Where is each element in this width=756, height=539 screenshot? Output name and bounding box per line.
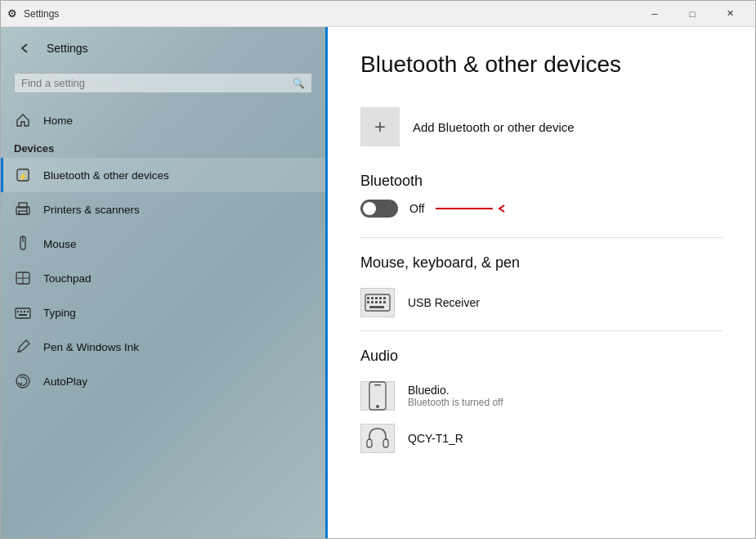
sidebar-item-typing[interactable]: Typing	[1, 295, 325, 330]
svg-rect-32	[376, 405, 379, 408]
sidebar-item-mouse[interactable]: Mouse	[1, 227, 325, 261]
minimize-button[interactable]: ─	[636, 1, 673, 27]
svg-rect-27	[379, 301, 382, 303]
sidebar-item-pen[interactable]: Pen & Windows Ink	[1, 330, 325, 364]
home-icon	[14, 111, 32, 129]
close-button[interactable]: ✕	[711, 1, 749, 27]
usb-receiver-item: USB Receiver	[360, 281, 722, 324]
sidebar-item-bluetooth[interactable]: ⚡ Bluetooth & other devices	[1, 158, 325, 192]
pen-label: Pen & Windows Ink	[43, 341, 139, 353]
devices-section-label: Devices	[1, 137, 325, 158]
printers-label: Printers & scanners	[43, 204, 140, 216]
settings-titlebar-icon: ⚙	[7, 7, 17, 20]
svg-rect-23	[383, 297, 386, 299]
sidebar-item-home[interactable]: Home	[1, 103, 325, 137]
touchpad-label: Touchpad	[43, 272, 92, 285]
sidebar-item-printers[interactable]: Printers & scanners	[1, 192, 325, 227]
bluetooth-icon: ⚡	[14, 166, 32, 184]
toggle-thumb	[363, 202, 376, 215]
svg-rect-24	[367, 301, 369, 303]
headphone-device-icon	[360, 424, 395, 453]
svg-point-5	[26, 209, 28, 210]
page-title: Bluetooth & other devices	[360, 52, 722, 78]
qcy-name: QCY-T1_R	[408, 432, 463, 445]
titlebar-title: Settings	[24, 8, 59, 20]
typing-icon	[14, 303, 32, 321]
svg-rect-13	[24, 311, 25, 312]
bluetooth-row: Off	[360, 200, 722, 218]
sidebar-item-touchpad[interactable]: Touchpad	[1, 261, 325, 295]
maximize-button[interactable]: □	[673, 1, 711, 27]
svg-rect-12	[20, 311, 22, 312]
typing-label: Typing	[43, 307, 76, 319]
sidebar: Settings 🔍 Home Devices ⚡	[1, 27, 328, 539]
content-area: Bluetooth & other devices + Add Bluetoot…	[328, 27, 755, 539]
arrow-line	[436, 208, 493, 209]
keyboard-device-icon	[360, 288, 395, 317]
app-layout: Settings 🔍 Home Devices ⚡	[1, 27, 755, 539]
printers-icon	[14, 200, 32, 218]
titlebar-left: ⚙ Settings	[7, 7, 59, 20]
qcy-info: QCY-T1_R	[408, 432, 463, 445]
mouse-section-title: Mouse, keyboard, & pen	[360, 254, 722, 272]
arrow-head-icon	[498, 204, 508, 213]
svg-rect-4	[19, 211, 27, 214]
svg-rect-14	[27, 311, 29, 312]
add-device-button[interactable]: + Add Bluetooth or other device	[360, 101, 722, 153]
search-icon[interactable]: 🔍	[293, 78, 305, 89]
svg-rect-21	[375, 297, 378, 299]
svg-rect-33	[367, 439, 372, 447]
svg-rect-29	[369, 306, 384, 308]
bluedio-sub: Bluetooth is turned off	[408, 397, 503, 408]
autoplay-label: AutoPlay	[43, 375, 87, 388]
svg-rect-22	[379, 297, 382, 299]
titlebar-controls: ─ □ ✕	[636, 1, 749, 27]
svg-rect-19	[367, 297, 369, 299]
svg-rect-31	[374, 384, 381, 386]
sidebar-item-autoplay[interactable]: AutoPlay	[1, 364, 325, 398]
bluetooth-label: Bluetooth & other devices	[43, 169, 169, 182]
titlebar: ⚙ Settings ─ □ ✕	[1, 1, 755, 27]
svg-rect-10	[16, 308, 30, 318]
divider-2	[360, 330, 722, 331]
phone-device-icon	[360, 381, 395, 411]
home-label: Home	[43, 115, 73, 127]
svg-rect-34	[383, 439, 388, 447]
qcy-item: QCY-T1_R	[360, 417, 722, 460]
back-button[interactable]	[14, 37, 37, 60]
bluetooth-status: Off	[409, 202, 424, 215]
bluetooth-toggle[interactable]	[360, 200, 398, 218]
svg-rect-26	[375, 301, 378, 303]
svg-rect-28	[383, 301, 386, 303]
svg-rect-11	[17, 311, 19, 312]
divider-1	[360, 237, 722, 238]
pen-icon	[14, 338, 32, 356]
back-icon	[20, 43, 31, 54]
svg-rect-15	[19, 314, 27, 316]
add-icon: +	[360, 107, 400, 146]
mouse-label: Mouse	[43, 238, 77, 250]
mouse-icon	[14, 235, 32, 253]
usb-receiver-name: USB Receiver	[408, 296, 480, 309]
bluetooth-section-title: Bluetooth	[360, 173, 722, 190]
usb-receiver-info: USB Receiver	[408, 296, 480, 309]
audio-section-title: Audio	[360, 348, 722, 365]
sidebar-app-title: Settings	[47, 42, 88, 55]
bluedio-info: Bluedio. Bluetooth is turned off	[408, 384, 503, 408]
add-device-label: Add Bluetooth or other device	[413, 120, 575, 134]
svg-text:⚡: ⚡	[18, 171, 29, 182]
svg-rect-25	[371, 301, 374, 303]
bluedio-name: Bluedio.	[408, 384, 503, 397]
arrow-indicator	[436, 204, 508, 213]
svg-rect-20	[371, 297, 374, 299]
autoplay-icon	[14, 372, 32, 390]
touchpad-icon	[14, 269, 32, 287]
bluedio-item: Bluedio. Bluetooth is turned off	[360, 375, 722, 417]
search-box[interactable]: 🔍	[14, 73, 312, 93]
search-input[interactable]	[21, 77, 293, 89]
sidebar-top: Settings	[1, 27, 325, 70]
